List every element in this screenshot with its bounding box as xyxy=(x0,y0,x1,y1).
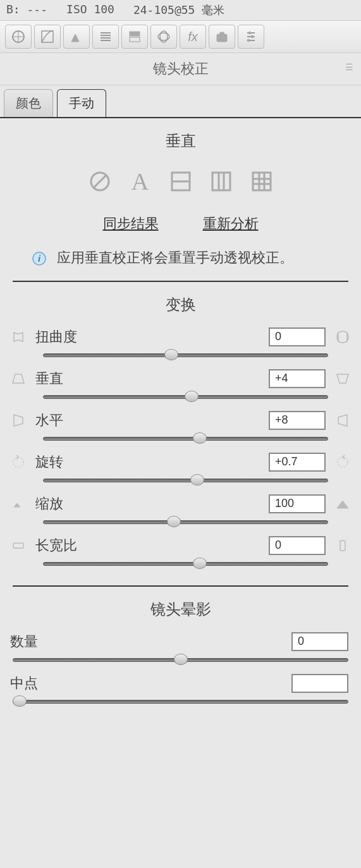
transform-title: 变换 xyxy=(0,282,361,325)
tab-color[interactable]: 颜色 xyxy=(4,89,53,117)
horizontal-label: 水平 xyxy=(33,411,262,430)
upright-title: 垂直 xyxy=(0,118,361,161)
toolbar-split-tone-icon[interactable] xyxy=(121,25,148,49)
vertical-left-icon xyxy=(10,370,27,387)
toolbar: fx xyxy=(0,21,361,53)
tabs: 颜色 手动 xyxy=(0,85,361,118)
horizontal-left-icon xyxy=(10,412,27,429)
toolbar-detail-icon[interactable] xyxy=(63,25,90,49)
info-row: i 应用垂直校正将会重置手动透视校正。 xyxy=(0,248,361,281)
distortion-input[interactable] xyxy=(269,327,326,346)
distortion-slider[interactable] xyxy=(43,351,328,359)
svg-rect-27 xyxy=(13,543,23,548)
info-text: 应用垂直校正将会重置手动透视校正。 xyxy=(57,248,293,268)
horizontal-right-icon xyxy=(334,412,351,429)
toolbar-presets-icon[interactable] xyxy=(238,25,264,49)
svg-point-26 xyxy=(338,457,348,467)
b-value: --- xyxy=(27,3,48,16)
upright-level-icon[interactable] xyxy=(167,168,195,195)
svg-rect-2 xyxy=(130,32,140,36)
svg-rect-15 xyxy=(212,173,230,190)
distortion-row: 扭曲度 xyxy=(10,325,351,367)
scale-right-icon xyxy=(334,496,351,512)
toolbar-basic-icon[interactable] xyxy=(5,25,32,49)
sync-results-link[interactable]: 同步结果 xyxy=(103,214,159,233)
amount-row: 数量 xyxy=(10,630,351,671)
panel-menu-icon[interactable]: ☰ xyxy=(345,62,353,72)
toolbar-effects-icon[interactable]: fx xyxy=(180,25,206,49)
rotate-input[interactable] xyxy=(269,453,326,472)
vignette-sliders: 数量 中点 xyxy=(0,630,361,713)
midpoint-label: 中点 xyxy=(10,674,285,693)
svg-point-8 xyxy=(248,32,251,34)
midpoint-input[interactable] xyxy=(291,674,348,693)
distortion-right-icon xyxy=(334,329,351,345)
aspect-left-icon xyxy=(10,537,27,554)
svg-rect-3 xyxy=(130,37,140,42)
horizontal-slider[interactable] xyxy=(43,435,328,443)
info-icon: i xyxy=(32,251,47,266)
rotate-label: 旋转 xyxy=(33,453,262,472)
rotate-slider[interactable] xyxy=(43,477,328,484)
scale-label: 缩放 xyxy=(33,494,262,513)
tab-manual[interactable]: 手动 xyxy=(57,89,106,117)
upright-modes: A xyxy=(0,161,361,208)
vertical-row: 垂直 xyxy=(10,367,351,408)
vignette-title: 镜头晕影 xyxy=(0,587,361,630)
svg-point-9 xyxy=(251,35,254,38)
upright-full-icon[interactable] xyxy=(248,168,276,195)
vertical-slider[interactable] xyxy=(43,393,328,401)
amount-slider[interactable] xyxy=(13,656,348,664)
rotate-left-icon xyxy=(10,454,27,470)
panel-title: 镜头校正 xyxy=(153,61,209,76)
aspect-right-icon xyxy=(334,537,351,554)
vertical-input[interactable] xyxy=(269,369,326,388)
rotate-row: 旋转 xyxy=(10,450,351,492)
svg-rect-6 xyxy=(217,34,227,42)
svg-rect-18 xyxy=(253,173,271,190)
aspect-row: 长宽比 xyxy=(10,534,351,575)
vertical-label: 垂直 xyxy=(33,369,262,388)
scale-input[interactable] xyxy=(269,494,326,513)
toolbar-tone-curve-icon[interactable] xyxy=(34,25,61,49)
panel-header: 镜头校正 ☰ xyxy=(0,53,361,85)
distortion-label: 扭曲度 xyxy=(33,327,262,346)
top-info-bar: B: --- ISO 100 24-105@55 毫米 xyxy=(0,0,361,21)
distortion-left-icon xyxy=(10,329,27,345)
aspect-slider[interactable] xyxy=(43,560,328,568)
rotate-right-icon xyxy=(334,454,351,470)
lens-value: 24-105@55 毫米 xyxy=(133,3,224,18)
aspect-input[interactable] xyxy=(269,536,326,555)
toolbar-hsl-icon[interactable] xyxy=(92,25,119,49)
b-label: B: xyxy=(6,3,20,16)
midpoint-row: 中点 xyxy=(10,671,351,713)
horizontal-row: 水平 xyxy=(10,408,351,450)
upright-vertical-icon[interactable] xyxy=(207,168,235,195)
toolbar-camera-icon[interactable] xyxy=(209,25,235,49)
scale-row: 缩放 xyxy=(10,492,351,534)
svg-line-12 xyxy=(94,175,106,188)
svg-point-25 xyxy=(13,457,23,467)
toolbar-lens-correction-icon[interactable] xyxy=(150,25,177,49)
reanalyze-link[interactable]: 重新分析 xyxy=(203,214,259,233)
aspect-label: 长宽比 xyxy=(33,536,262,555)
scale-slider[interactable] xyxy=(43,518,328,526)
svg-rect-1 xyxy=(42,31,53,42)
svg-point-10 xyxy=(247,39,250,42)
svg-rect-7 xyxy=(220,32,224,35)
svg-rect-28 xyxy=(340,541,345,551)
amount-label: 数量 xyxy=(10,632,285,651)
upright-off-icon[interactable] xyxy=(86,168,114,195)
amount-input[interactable] xyxy=(291,632,348,651)
horizontal-input[interactable] xyxy=(269,411,326,430)
iso-value: ISO 100 xyxy=(66,3,114,18)
upright-links: 同步结果 重新分析 xyxy=(0,208,361,248)
midpoint-slider[interactable] xyxy=(13,698,348,706)
upright-auto-icon[interactable]: A xyxy=(126,168,154,195)
transform-sliders: 扭曲度 垂直 水平 xyxy=(0,325,361,575)
vertical-right-icon xyxy=(334,370,351,387)
scale-left-icon xyxy=(10,496,27,512)
